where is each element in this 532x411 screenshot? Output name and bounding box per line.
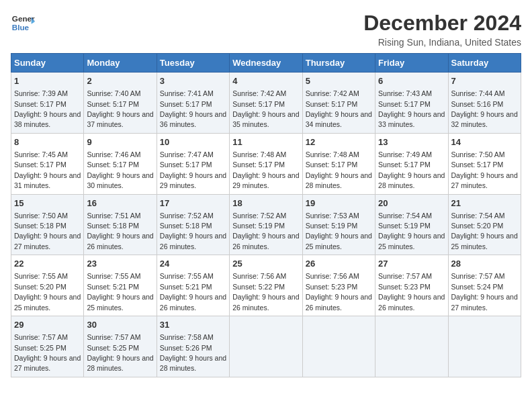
sunrise: Sunrise: 7:48 AM [306,150,359,158]
col-header-tuesday: Tuesday [157,54,229,73]
sunrise: Sunrise: 7:55 AM [14,272,68,280]
day-number: 5 [306,75,372,87]
sunset: Sunset: 5:20 PM [451,222,504,230]
day-cell: 30Sunrise: 7:57 AMSunset: 5:25 PMDayligh… [84,316,157,377]
sunrise: Sunrise: 7:46 AM [87,150,140,158]
day-number: 7 [451,75,518,87]
day-cell: 23Sunrise: 7:55 AMSunset: 5:21 PMDayligh… [84,255,157,316]
sunset: Sunset: 5:18 PM [87,222,139,230]
sunset: Sunset: 5:17 PM [87,161,139,169]
day-cell: 9Sunrise: 7:46 AMSunset: 5:17 PMDaylight… [84,133,157,194]
day-cell: 27Sunrise: 7:57 AMSunset: 5:23 PMDayligh… [375,255,448,316]
day-cell: 1Sunrise: 7:39 AMSunset: 5:17 PMDaylight… [11,73,84,134]
sunset: Sunset: 5:19 PM [306,222,358,230]
daylight: Daylight: 9 hours and 25 minutes. [87,293,153,311]
day-cell: 8Sunrise: 7:45 AMSunset: 5:17 PMDaylight… [11,133,84,194]
daylight: Daylight: 9 hours and 26 minutes. [378,293,445,311]
day-number: 27 [378,258,445,270]
sunset: Sunset: 5:19 PM [378,222,431,230]
daylight: Daylight: 9 hours and 34 minutes. [306,110,372,128]
sunrise: Sunrise: 7:43 AM [378,89,432,97]
daylight: Daylight: 9 hours and 26 minutes. [160,293,226,311]
day-cell: 13Sunrise: 7:49 AMSunset: 5:17 PMDayligh… [375,133,448,194]
day-cell: 28Sunrise: 7:57 AMSunset: 5:24 PMDayligh… [448,255,521,316]
sunset: Sunset: 5:25 PM [14,344,66,352]
day-cell: 29Sunrise: 7:57 AMSunset: 5:25 PMDayligh… [11,316,84,377]
header-row: SundayMondayTuesdayWednesdayThursdayFrid… [11,54,521,73]
col-header-monday: Monday [84,54,157,73]
day-cell: 3Sunrise: 7:41 AMSunset: 5:17 PMDaylight… [157,73,229,134]
sunset: Sunset: 5:17 PM [451,161,504,169]
day-number: 21 [451,197,518,210]
day-number: 13 [378,136,445,148]
day-number: 3 [160,75,226,87]
day-number: 17 [160,197,226,210]
day-number: 20 [378,197,445,210]
day-cell: 7Sunrise: 7:44 AMSunset: 5:16 PMDaylight… [448,73,521,134]
daylight: Daylight: 9 hours and 38 minutes. [14,110,81,128]
day-number: 9 [87,136,153,148]
day-number: 26 [306,258,372,270]
sunrise: Sunrise: 7:51 AM [87,212,140,220]
daylight: Daylight: 9 hours and 27 minutes. [14,354,81,372]
sunset: Sunset: 5:17 PM [14,100,66,108]
sunrise: Sunrise: 7:42 AM [306,89,359,97]
day-number: 25 [232,258,299,270]
day-cell: 12Sunrise: 7:48 AMSunset: 5:17 PMDayligh… [302,133,375,194]
day-number: 14 [451,136,518,148]
day-cell [302,316,375,377]
sunset: Sunset: 5:17 PM [232,100,285,108]
day-cell: 18Sunrise: 7:52 AMSunset: 5:19 PMDayligh… [230,194,302,255]
daylight: Daylight: 9 hours and 25 minutes. [451,232,518,250]
day-number: 18 [232,197,299,210]
day-cell [230,316,302,377]
day-number: 1 [14,75,81,87]
day-number: 11 [232,136,299,148]
sunrise: Sunrise: 7:47 AM [160,150,214,158]
day-cell: 31Sunrise: 7:58 AMSunset: 5:26 PMDayligh… [157,316,229,377]
daylight: Daylight: 9 hours and 28 minutes. [306,171,372,189]
sunrise: Sunrise: 7:50 AM [14,212,68,220]
sunset: Sunset: 5:24 PM [451,283,504,291]
sunrise: Sunrise: 7:55 AM [160,272,214,280]
main-title: December 2024 [363,11,521,36]
daylight: Daylight: 9 hours and 26 minutes. [306,293,372,311]
day-number: 24 [160,258,226,270]
day-number: 22 [14,258,81,270]
daylight: Daylight: 9 hours and 25 minutes. [306,232,372,250]
sunset: Sunset: 5:21 PM [87,283,139,291]
daylight: Daylight: 9 hours and 26 minutes. [87,232,153,250]
sunrise: Sunrise: 7:54 AM [451,212,505,220]
sunset: Sunset: 5:20 PM [14,283,66,291]
col-header-sunday: Sunday [11,54,84,73]
sunrise: Sunrise: 7:40 AM [87,89,140,97]
sunset: Sunset: 5:17 PM [378,100,431,108]
sunrise: Sunrise: 7:54 AM [378,212,432,220]
sunset: Sunset: 5:17 PM [160,161,212,169]
day-number: 31 [160,319,226,331]
day-number: 12 [306,136,372,148]
sunrise: Sunrise: 7:57 AM [87,333,140,341]
daylight: Daylight: 9 hours and 25 minutes. [14,293,81,311]
sunrise: Sunrise: 7:52 AM [232,212,286,220]
day-cell: 17Sunrise: 7:52 AMSunset: 5:18 PMDayligh… [157,194,229,255]
day-cell: 15Sunrise: 7:50 AMSunset: 5:18 PMDayligh… [11,194,84,255]
day-number: 23 [87,258,153,270]
daylight: Daylight: 9 hours and 28 minutes. [160,354,226,372]
daylight: Daylight: 9 hours and 27 minutes. [451,293,518,311]
sunset: Sunset: 5:17 PM [378,161,431,169]
daylight: Daylight: 9 hours and 37 minutes. [87,110,153,128]
sunrise: Sunrise: 7:57 AM [14,333,68,341]
day-cell: 19Sunrise: 7:53 AMSunset: 5:19 PMDayligh… [302,194,375,255]
week-row-5: 29Sunrise: 7:57 AMSunset: 5:25 PMDayligh… [11,316,521,377]
sunset: Sunset: 5:22 PM [232,283,285,291]
daylight: Daylight: 9 hours and 29 minutes. [232,171,299,189]
col-header-thursday: Thursday [302,54,375,73]
day-cell: 4Sunrise: 7:42 AMSunset: 5:17 PMDaylight… [230,73,302,134]
day-cell: 22Sunrise: 7:55 AMSunset: 5:20 PMDayligh… [11,255,84,316]
day-cell: 11Sunrise: 7:48 AMSunset: 5:17 PMDayligh… [230,133,302,194]
day-number: 29 [14,319,81,331]
sunrise: Sunrise: 7:39 AM [14,89,68,97]
daylight: Daylight: 9 hours and 33 minutes. [378,110,445,128]
sunrise: Sunrise: 7:57 AM [451,272,505,280]
